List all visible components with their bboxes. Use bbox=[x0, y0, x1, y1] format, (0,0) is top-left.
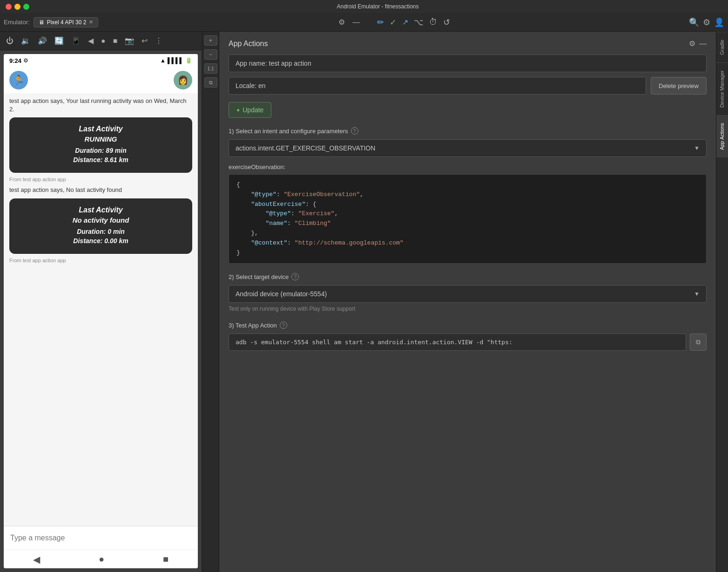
phone-content: test app action says, Your last running … bbox=[4, 93, 198, 526]
json-line-4: "@type": "Exercise", bbox=[236, 209, 699, 219]
locale-row: Locale: en Delete preview bbox=[229, 77, 707, 95]
camera-icon[interactable]: 📷 bbox=[122, 35, 136, 47]
profile-icon[interactable]: 👤 bbox=[714, 17, 724, 27]
update-label: Update bbox=[243, 106, 263, 114]
reset-zoom-button[interactable]: 1:1 bbox=[204, 63, 217, 74]
emulator-toolbar: ⏻ 🔉 🔊 🔄 📱 ◀ ● ■ 📷 ↩ ⋮ bbox=[0, 32, 202, 50]
battery-icon: 🔋 bbox=[185, 57, 192, 64]
zoom-in-button[interactable]: + bbox=[204, 35, 217, 46]
maximize-button[interactable] bbox=[23, 4, 29, 10]
dropdown-arrow-icon: ▼ bbox=[694, 145, 700, 151]
app-name-field[interactable]: App name: test app action bbox=[229, 54, 707, 72]
branch-icon[interactable]: ⌥ bbox=[412, 16, 425, 29]
delete-preview-button[interactable]: Delete preview bbox=[651, 77, 707, 95]
section1-text: 1) Select an intent and configure parame… bbox=[229, 128, 348, 135]
app-actions-header: App Actions ⚙ — bbox=[229, 39, 707, 48]
search-icon[interactable]: 🔍 bbox=[689, 17, 699, 27]
status-gear-icon: ⚙ bbox=[23, 57, 28, 64]
json-line-2: "@type": "ExerciseObservation", bbox=[236, 190, 699, 200]
phone-screen: 9:24 ⚙ ▲ ▌▌▌▌ 🔋 🏃 👩 test app action says… bbox=[4, 54, 198, 568]
json-line-5: "name": "Climbing" bbox=[236, 219, 699, 229]
arrow-icon[interactable]: ↗ bbox=[401, 16, 410, 28]
card1-distance: Distance: 8.61 km bbox=[17, 156, 185, 163]
app-actions-minimize-icon[interactable]: — bbox=[699, 39, 707, 48]
more-icon[interactable]: ⋮ bbox=[153, 35, 165, 47]
emulator-side-panel: + − 1:1 ⧉ bbox=[202, 32, 219, 572]
content-area: ⏻ 🔉 🔊 🔄 📱 ◀ ● ■ 📷 ↩ ⋮ 9:24 ⚙ ▲ ▌▌▌▌ bbox=[0, 32, 728, 572]
signal-icon: ▌▌▌▌ bbox=[168, 57, 183, 64]
card2-duration: Duration: 0 min bbox=[17, 228, 185, 235]
undo-icon[interactable]: ↺ bbox=[442, 16, 452, 29]
json-line-1: { bbox=[236, 180, 699, 190]
device-dropdown-value: Android device (emulator-5554) bbox=[236, 290, 327, 298]
section3-text: 3) Test App Action bbox=[229, 322, 277, 329]
app-actions-settings-icon[interactable]: ⚙ bbox=[689, 39, 695, 48]
nav-recents-icon[interactable]: ■ bbox=[163, 554, 169, 565]
status-icons: ▲ ▌▌▌▌ 🔋 bbox=[160, 57, 192, 64]
undo2-icon[interactable]: ↩ bbox=[139, 35, 150, 47]
section2-help-icon[interactable]: ? bbox=[291, 273, 299, 280]
phone-nav-bar: ◀ ● ■ bbox=[4, 550, 198, 568]
app-avatar: 🏃 bbox=[9, 71, 28, 89]
settings-button[interactable]: ⚙ bbox=[336, 16, 348, 28]
param-label: exerciseObservation: bbox=[229, 163, 707, 170]
json-line-3: "aboutExercise": { bbox=[236, 200, 699, 210]
settings2-icon[interactable]: ⚙ bbox=[703, 17, 710, 27]
locale-field[interactable]: Locale: en bbox=[229, 77, 646, 95]
clock-icon[interactable]: ⏱ bbox=[428, 16, 439, 28]
screenshot-button[interactable]: ⧉ bbox=[204, 77, 217, 88]
home-circle-icon[interactable]: ● bbox=[99, 35, 108, 47]
activity-card-1: Last Activity RUNNING Duration: 89 min D… bbox=[9, 117, 192, 173]
copy-button[interactable]: ⧉ bbox=[690, 334, 707, 351]
phone-rotate-icon[interactable]: 📱 bbox=[69, 35, 83, 47]
emulator-label: Emulator: bbox=[4, 19, 30, 26]
window-title: Android Emulator - fitnessactions bbox=[33, 3, 722, 10]
close-tab-icon[interactable]: ✕ bbox=[89, 19, 93, 25]
section3-help-icon[interactable]: ? bbox=[280, 321, 287, 329]
volume-up-icon[interactable]: 🔊 bbox=[35, 35, 49, 47]
app-actions-panel: App Actions ⚙ — App name: test app actio… bbox=[219, 32, 716, 572]
traffic-lights bbox=[6, 4, 29, 10]
from-label-1: From test app action app bbox=[9, 177, 192, 182]
phone-header: 🏃 👩 bbox=[4, 67, 198, 93]
section2-text: 2) Select target device bbox=[229, 273, 289, 280]
app-actions-header-icons: ⚙ — bbox=[689, 39, 707, 48]
zoom-out-button[interactable]: − bbox=[204, 49, 217, 60]
message-text-1: test app action says, Your last running … bbox=[9, 97, 192, 114]
user-avatar: 👩 bbox=[174, 71, 192, 89]
card2-activity: No activity found bbox=[17, 216, 185, 224]
message-input[interactable] bbox=[8, 530, 193, 546]
minimize-toolbar-button[interactable]: — bbox=[350, 16, 363, 28]
edit-icon[interactable]: ✏ bbox=[376, 16, 385, 29]
sidebar-tab-gradle[interactable]: Gradle bbox=[716, 32, 728, 62]
device-tab[interactable]: 🖥 Pixel 4 API 30 2 ✕ bbox=[34, 17, 99, 27]
power-icon[interactable]: ⏻ bbox=[4, 35, 16, 47]
command-row: adb -s emulator-5554 shell am start -a a… bbox=[229, 334, 707, 351]
volume-down-icon[interactable]: 🔉 bbox=[19, 35, 33, 47]
section1-help-icon[interactable]: ? bbox=[351, 127, 358, 135]
rotate-icon[interactable]: 🔄 bbox=[52, 35, 66, 47]
back-icon[interactable]: ◀ bbox=[86, 35, 96, 47]
sidebar-tab-app-actions[interactable]: App Actions bbox=[716, 115, 728, 157]
activity-card-2: Last Activity No activity found Duration… bbox=[9, 198, 192, 254]
close-button[interactable] bbox=[6, 4, 12, 10]
main-toolbar: Emulator: 🖥 Pixel 4 API 30 2 ✕ ⚙ — ✏ ✓ ↗… bbox=[0, 13, 728, 32]
json-line-8: } bbox=[236, 248, 699, 258]
message-text-2: test app action says, No last activity f… bbox=[9, 186, 192, 194]
command-field[interactable]: adb -s emulator-5554 shell am start -a a… bbox=[229, 334, 686, 351]
card1-title: Last Activity bbox=[17, 125, 185, 133]
device-dropdown[interactable]: Android device (emulator-5554) ▼ bbox=[229, 285, 707, 303]
sidebar-tab-device-manager[interactable]: Device Manager bbox=[716, 62, 728, 115]
check-icon[interactable]: ✓ bbox=[388, 16, 398, 29]
wifi-icon: ▲ bbox=[160, 57, 166, 64]
json-editor[interactable]: { "@type": "ExerciseObservation", "about… bbox=[229, 174, 707, 264]
nav-home-icon[interactable]: ● bbox=[99, 554, 104, 565]
section1-label: 1) Select an intent and configure parame… bbox=[229, 127, 707, 135]
nav-back-icon[interactable]: ◀ bbox=[33, 554, 40, 565]
recents-icon[interactable]: ■ bbox=[111, 35, 120, 47]
card2-distance: Distance: 0.00 km bbox=[17, 237, 185, 245]
minimize-button[interactable] bbox=[14, 4, 20, 10]
intent-dropdown[interactable]: actions.intent.GET_EXERCISE_OBSERVATION … bbox=[229, 139, 707, 157]
update-button[interactable]: ● Update bbox=[229, 102, 271, 118]
card1-duration: Duration: 89 min bbox=[17, 147, 185, 154]
